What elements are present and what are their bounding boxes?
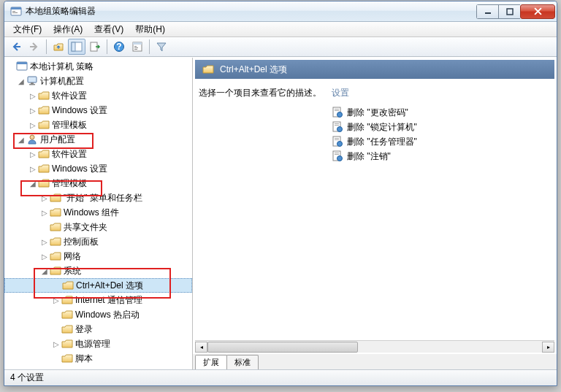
tree-item[interactable]: ▷"开始" 菜单和任务栏: [4, 191, 192, 205]
help-button[interactable]: ?: [110, 39, 128, 55]
tree-item[interactable]: ▷软件设置: [4, 88, 192, 103]
tree-label: 系统: [64, 265, 84, 277]
folder-icon: [38, 149, 50, 159]
titlebar[interactable]: 本地组策略编辑器: [4, 1, 557, 22]
folder-icon: [50, 207, 61, 218]
horizontal-scrollbar[interactable]: ◂ ▸: [195, 340, 554, 353]
export-list-button[interactable]: [86, 39, 104, 55]
svg-rect-20: [29, 84, 35, 85]
tree-system[interactable]: ◢系统: [4, 264, 192, 278]
svg-point-29: [337, 127, 343, 132]
nav-forward-button[interactable]: [26, 39, 43, 55]
expand-icon[interactable]: ▷: [28, 107, 38, 115]
tree-item[interactable]: 脚本: [4, 351, 192, 366]
svg-rect-36: [335, 154, 339, 155]
tree-item[interactable]: ▷管理模板: [4, 118, 192, 132]
svg-rect-5: [507, 9, 513, 15]
svg-rect-2: [12, 11, 15, 12]
tree-admin-templates[interactable]: ◢管理模板: [4, 176, 192, 191]
collapse-icon[interactable]: ◢: [39, 267, 50, 275]
description-prompt: 选择一个项目来查看它的描述。: [199, 87, 324, 99]
menu-action[interactable]: 操作(A): [47, 22, 88, 37]
tree-item[interactable]: ▷Internet 通信管理: [4, 293, 192, 307]
tree-item[interactable]: ▷网络: [4, 249, 192, 264]
folder-icon: [61, 353, 73, 364]
menu-help[interactable]: 帮助(H): [129, 22, 171, 37]
expand-icon[interactable]: ▷: [39, 194, 50, 202]
expand-icon[interactable]: ▷: [39, 238, 50, 246]
expand-icon[interactable]: ▷: [28, 92, 38, 100]
tree-item[interactable]: ▷控制面板: [4, 234, 192, 249]
tree-item[interactable]: ▷Windows 设置: [4, 161, 192, 176]
scroll-thumb[interactable]: [207, 342, 358, 353]
nav-back-button[interactable]: [7, 39, 25, 55]
tree-item[interactable]: Windows 热启动: [4, 307, 192, 322]
tree-user-config[interactable]: ◢ 用户配置: [4, 132, 192, 147]
expand-icon[interactable]: ▷: [39, 209, 50, 217]
tree-label: 软件设置: [52, 90, 90, 102]
menu-view[interactable]: 查看(V): [88, 22, 129, 37]
close-button[interactable]: [520, 4, 555, 19]
tree-item[interactable]: ▷电源管理: [4, 337, 192, 351]
scroll-left-button[interactable]: ◂: [195, 342, 207, 353]
toolbar-separator: [149, 39, 150, 54]
svg-rect-13: [134, 46, 137, 47]
folder-icon: [50, 266, 61, 276]
up-level-button[interactable]: [50, 39, 67, 55]
maximize-button[interactable]: [498, 4, 520, 19]
svg-point-25: [337, 112, 343, 118]
expand-icon[interactable]: ▷: [28, 121, 38, 129]
tree-root[interactable]: 本地计算机 策略: [4, 59, 192, 74]
setting-label: 删除 "任务管理器": [347, 136, 417, 148]
status-text: 4 个设置: [10, 372, 44, 384]
setting-item[interactable]: 删除 "更改密码": [332, 105, 551, 120]
folder-icon: [61, 310, 73, 320]
expand-icon[interactable]: ▷: [28, 150, 38, 158]
expand-icon[interactable]: ▷: [39, 253, 50, 261]
tree-item[interactable]: 登录: [4, 322, 192, 337]
collapse-icon[interactable]: ◢: [28, 180, 38, 188]
svg-rect-27: [335, 123, 339, 124]
svg-point-37: [337, 156, 343, 161]
folder-icon: [61, 295, 73, 305]
setting-item[interactable]: 删除 "锁定计算机": [332, 120, 551, 134]
tree-item[interactable]: ▷Windows 设置: [4, 103, 192, 118]
svg-rect-18: [28, 77, 37, 82]
minimize-button[interactable]: [476, 4, 498, 19]
tree-label: "开始" 菜单和任务栏: [64, 192, 145, 204]
tree-ctrl-alt-del[interactable]: Ctrl+Alt+Del 选项: [4, 278, 192, 293]
folder-icon: [38, 91, 50, 101]
tree-item[interactable]: ▷Windows 组件: [4, 205, 192, 220]
setting-item[interactable]: 删除 "任务管理器": [332, 134, 551, 149]
setting-item[interactable]: 删除 "注销": [332, 149, 551, 164]
computer-icon: [26, 76, 38, 86]
tab-extended[interactable]: 扩展: [195, 355, 227, 369]
tree-label: 登录: [75, 323, 96, 336]
details-title: Ctrl+Alt+Del 选项: [220, 64, 287, 76]
collapse-icon[interactable]: ◢: [16, 77, 26, 85]
policy-item-icon: [332, 150, 343, 162]
policy-icon: [16, 61, 28, 72]
collapse-icon[interactable]: ◢: [16, 136, 26, 144]
svg-point-33: [337, 142, 343, 147]
toolbar-separator: [46, 39, 47, 54]
tree-computer-config[interactable]: ◢ 计算机配置: [4, 74, 192, 88]
filter-button[interactable]: [153, 39, 170, 55]
scroll-track[interactable]: [207, 342, 542, 353]
menu-file[interactable]: 文件(F): [7, 22, 47, 37]
show-tree-button[interactable]: [68, 39, 85, 55]
properties-button[interactable]: [129, 39, 146, 55]
scroll-right-button[interactable]: ▸: [542, 342, 554, 353]
tree-item[interactable]: 共享文件夹: [4, 220, 192, 234]
details-panel: Ctrl+Alt+Del 选项 选择一个项目来查看它的描述。 设置 删除 "更改…: [193, 58, 557, 369]
svg-rect-31: [335, 138, 339, 139]
tab-standard[interactable]: 标准: [226, 355, 259, 369]
expand-icon[interactable]: ▷: [28, 165, 38, 173]
svg-rect-28: [335, 125, 339, 126]
tree-panel[interactable]: 本地计算机 策略 ◢ 计算机配置 ▷软件设置 ▷Windows 设置 ▷管理模板…: [4, 58, 193, 369]
folder-icon: [50, 193, 61, 203]
svg-rect-32: [335, 139, 339, 140]
expand-icon[interactable]: ▷: [51, 340, 61, 348]
expand-icon[interactable]: ▷: [51, 296, 61, 304]
tree-item[interactable]: ▷软件设置: [4, 147, 192, 161]
